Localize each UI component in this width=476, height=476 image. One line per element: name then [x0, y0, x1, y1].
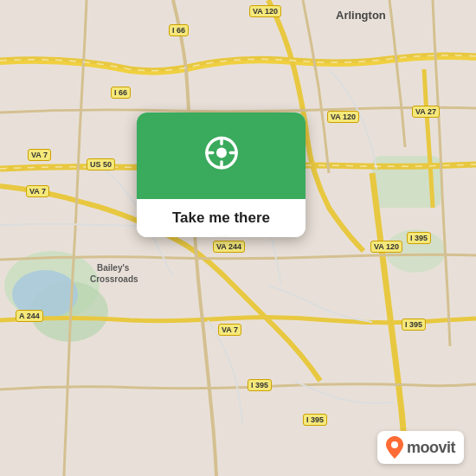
road-label-va7-left: VA 7: [28, 149, 51, 161]
take-me-there-button[interactable]: Take me there: [137, 199, 306, 237]
road-label-i66-top: I 66: [169, 24, 189, 36]
svg-point-7: [216, 148, 227, 158]
road-label-i395-mid: I 395: [402, 318, 426, 331]
popup-card: Take me there: [137, 113, 306, 237]
svg-point-12: [391, 441, 398, 448]
road-label-i395-top: I 395: [407, 232, 431, 244]
moovit-text: moovit: [407, 439, 455, 457]
road-label-i395-bot2: I 395: [303, 414, 327, 426]
road-label-va244-left: A 244: [16, 310, 43, 322]
road-label-us50: US 50: [87, 158, 115, 170]
moovit-pin-icon: [386, 436, 403, 459]
road-label-va27: VA 27: [412, 106, 440, 118]
road-label-va120-top: VA 120: [249, 5, 281, 17]
city-label-baileys: Bailey's: [97, 263, 129, 273]
road-label-i66-mid: I 66: [111, 87, 131, 99]
road-label-va7-mid: VA 7: [26, 185, 49, 197]
city-label-crossroads: Crossroads: [90, 274, 138, 284]
location-pin-icon: [201, 135, 242, 177]
moovit-logo: moovit: [377, 431, 464, 464]
map-container: I 66 I 66 VA 120 VA 120 VA 120 VA 27 US …: [0, 0, 476, 476]
road-label-va120-low: VA 120: [370, 241, 402, 253]
popup-green-area: [137, 113, 306, 199]
road-label-va120-mid: VA 120: [327, 111, 359, 123]
city-label-arlington: Arlington: [336, 9, 386, 22]
road-label-i395-bot: I 395: [248, 379, 272, 391]
road-label-va7-low: VA 7: [218, 324, 241, 336]
road-label-va244-mid: VA 244: [213, 241, 245, 253]
